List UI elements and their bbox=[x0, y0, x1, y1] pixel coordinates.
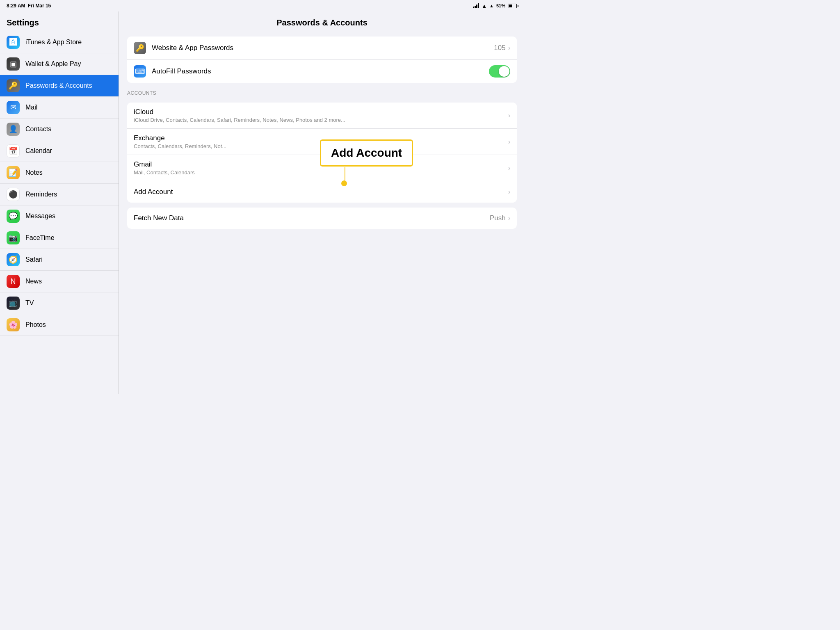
wifi-icon: ▲ bbox=[482, 3, 487, 9]
row-icon-website-passwords: 🔑 bbox=[134, 42, 146, 54]
row-label-website-passwords: Website & App Passwords bbox=[152, 44, 494, 52]
row-label-autofill: AutoFill Passwords bbox=[152, 67, 489, 75]
row-label-add-account: Add Account bbox=[134, 188, 173, 196]
sidebar-item-photos[interactable]: 🌸 Photos bbox=[0, 314, 119, 336]
account-sub-gmail: Mail, Contacts, Calendars bbox=[134, 169, 508, 176]
sidebar-icon-messages: 💬 bbox=[7, 210, 20, 223]
account-sub-icloud: iCloud Drive, Contacts, Calendars, Safar… bbox=[134, 117, 508, 123]
chevron-icon: › bbox=[508, 138, 510, 146]
sidebar-icon-glyph: 🅰 bbox=[9, 38, 17, 47]
chevron-icon: › bbox=[508, 112, 510, 119]
sidebar-icon-itunes: 🅰 bbox=[7, 36, 20, 49]
accounts-section-label: ACCOUNTS bbox=[119, 88, 525, 98]
detail-title: Passwords & Accounts bbox=[119, 11, 525, 32]
status-indicators: ▲ ▲ 51% bbox=[473, 3, 518, 9]
sidebar-icon-contacts: 👤 bbox=[7, 123, 20, 136]
sidebar-item-facetime[interactable]: 📷 FaceTime bbox=[0, 227, 119, 249]
sidebar-icon-glyph: 💬 bbox=[9, 212, 18, 221]
sidebar-icon-glyph: 🔑 bbox=[9, 81, 18, 90]
sidebar-item-label-reminders: Reminders bbox=[25, 191, 57, 198]
sidebar-item-label-itunes: iTunes & App Store bbox=[25, 39, 82, 46]
sidebar-item-mail[interactable]: ✉ Mail bbox=[0, 97, 119, 119]
sidebar-icon-passwords: 🔑 bbox=[7, 79, 20, 92]
location-icon: ▲ bbox=[489, 3, 494, 8]
row-icon-autofill: ⌨ bbox=[134, 65, 146, 78]
sidebar-item-notes[interactable]: 📝 Notes bbox=[0, 162, 119, 184]
accounts-section: iCloud iCloud Drive, Contacts, Calendars… bbox=[127, 103, 517, 203]
settings-row-add-account[interactable]: Add Account › bbox=[127, 181, 517, 203]
row-label-exchange: Exchange bbox=[134, 134, 165, 142]
sidebar-icon-glyph: ⚫ bbox=[9, 190, 18, 199]
sidebar-item-label-passwords: Passwords & Accounts bbox=[25, 82, 92, 89]
sidebar-icon-wallet: ▣ bbox=[7, 57, 20, 71]
chevron-icon: › bbox=[508, 44, 510, 52]
sidebar: Settings 🅰 iTunes & App Store ▣ Wallet &… bbox=[0, 11, 119, 394]
sidebar-icon-glyph: 👤 bbox=[9, 125, 18, 134]
sidebar-icon-tv: 📺 bbox=[7, 297, 20, 310]
sidebar-item-wallet[interactable]: ▣ Wallet & Apple Pay bbox=[0, 53, 119, 75]
sidebar-item-label-news: News bbox=[25, 278, 42, 285]
battery-percent: 51% bbox=[496, 3, 505, 8]
chevron-icon: › bbox=[508, 215, 510, 222]
sidebar-icon-glyph: ▣ bbox=[10, 59, 17, 68]
signal-icon bbox=[473, 3, 479, 8]
settings-row-gmail[interactable]: Gmail Mail, Contacts, Calendars › bbox=[127, 155, 517, 181]
sidebar-icon-glyph: N bbox=[11, 277, 16, 286]
sidebar-item-label-mail: Mail bbox=[25, 104, 37, 111]
sidebar-icon-glyph: 📅 bbox=[9, 146, 18, 155]
sidebar-item-label-messages: Messages bbox=[25, 212, 55, 220]
sidebar-item-label-tv: TV bbox=[25, 299, 34, 307]
sidebar-item-label-photos: Photos bbox=[25, 321, 46, 329]
sidebar-item-label-facetime: FaceTime bbox=[25, 234, 55, 242]
sidebar-item-itunes[interactable]: 🅰 iTunes & App Store bbox=[0, 32, 119, 53]
status-bar: 8:29 AM Fri Mar 15 ▲ ▲ 51% bbox=[0, 0, 525, 11]
toggle-autofill[interactable] bbox=[489, 65, 510, 78]
settings-row-autofill[interactable]: ⌨ AutoFill Passwords bbox=[127, 60, 517, 83]
row-value-website-passwords: 105 bbox=[494, 44, 505, 52]
status-time-date: 8:29 AM Fri Mar 15 bbox=[7, 3, 51, 9]
sidebar-icon-calendar: 📅 bbox=[7, 144, 20, 158]
sidebar-icon-facetime: 📷 bbox=[7, 231, 20, 244]
sidebar-item-label-contacts: Contacts bbox=[25, 126, 51, 133]
sidebar-item-news[interactable]: N News bbox=[0, 271, 119, 292]
passwords-section: 🔑 Website & App Passwords 105› ⌨ AutoFil… bbox=[127, 37, 517, 83]
main-layout: Settings 🅰 iTunes & App Store ▣ Wallet &… bbox=[0, 11, 525, 394]
battery-icon bbox=[508, 4, 518, 8]
status-time: 8:29 AM bbox=[7, 3, 25, 9]
sidebar-item-label-safari: Safari bbox=[25, 256, 43, 263]
sidebar-icon-glyph: 📝 bbox=[9, 168, 18, 177]
sidebar-icon-reminders: ⚫ bbox=[7, 188, 20, 201]
settings-row-icloud[interactable]: iCloud iCloud Drive, Contacts, Calendars… bbox=[127, 103, 517, 129]
chevron-icon: › bbox=[508, 164, 510, 172]
sidebar-icon-glyph: 🧭 bbox=[9, 255, 18, 264]
settings-row-website-passwords[interactable]: 🔑 Website & App Passwords 105› bbox=[127, 37, 517, 60]
sidebar-title: Settings bbox=[0, 11, 119, 32]
sidebar-item-messages[interactable]: 💬 Messages bbox=[0, 205, 119, 227]
sidebar-item-label-notes: Notes bbox=[25, 169, 43, 176]
sidebar-item-passwords[interactable]: 🔑 Passwords & Accounts bbox=[0, 75, 119, 97]
sidebar-icon-news: N bbox=[7, 275, 20, 288]
fetch-section: Fetch New Data Push › bbox=[127, 208, 517, 229]
sidebar-item-reminders[interactable]: ⚫ Reminders bbox=[0, 184, 119, 205]
settings-row-fetch-new-data[interactable]: Fetch New Data Push › bbox=[127, 208, 517, 229]
sidebar-icon-glyph: 🌸 bbox=[9, 320, 18, 329]
row-label-gmail: Gmail bbox=[134, 160, 152, 168]
sidebar-icon-safari: 🧭 bbox=[7, 253, 20, 266]
sidebar-item-label-calendar: Calendar bbox=[25, 147, 52, 155]
row-label-fetch-new-data: Fetch New Data bbox=[134, 214, 490, 222]
sidebar-item-tv[interactable]: 📺 TV bbox=[0, 292, 119, 314]
sidebar-icon-photos: 🌸 bbox=[7, 318, 20, 331]
sidebar-icon-mail: ✉ bbox=[7, 101, 20, 114]
sidebar-item-contacts[interactable]: 👤 Contacts bbox=[0, 119, 119, 140]
account-sub-exchange: Contacts, Calendars, Reminders, Not... bbox=[134, 143, 508, 149]
row-value-fetch-new-data: Push bbox=[490, 214, 506, 222]
sidebar-item-label-wallet: Wallet & Apple Pay bbox=[25, 60, 81, 68]
detail-panel: Passwords & Accounts 🔑 Website & App Pas… bbox=[119, 11, 525, 394]
sidebar-item-calendar[interactable]: 📅 Calendar bbox=[0, 140, 119, 162]
sidebar-icon-glyph: 📺 bbox=[9, 299, 18, 308]
row-label-icloud: iCloud bbox=[134, 108, 153, 116]
sidebar-icon-notes: 📝 bbox=[7, 166, 20, 179]
sidebar-item-safari[interactable]: 🧭 Safari bbox=[0, 249, 119, 271]
settings-row-exchange[interactable]: Exchange Contacts, Calendars, Reminders,… bbox=[127, 129, 517, 155]
sidebar-icon-glyph: 📷 bbox=[9, 233, 18, 242]
